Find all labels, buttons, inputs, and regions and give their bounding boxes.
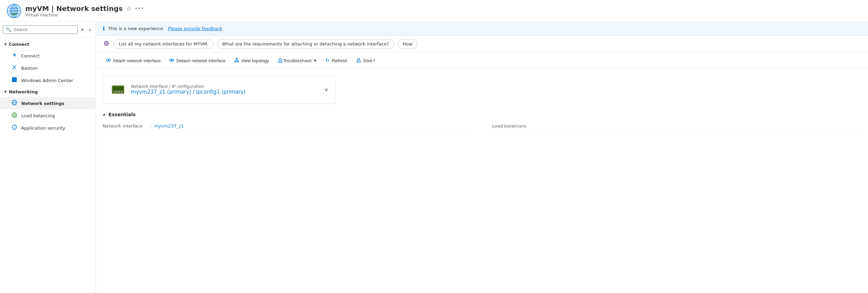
search-icon: 🔍 xyxy=(6,27,11,32)
refresh-button[interactable]: ↻ Refresh xyxy=(322,55,351,66)
bastion-icon xyxy=(11,65,18,71)
essentials-section-header: ∧ Essentials xyxy=(103,112,861,117)
sidebar-item-application-security[interactable]: Application security xyxy=(0,122,95,134)
sidebar-group-networking[interactable]: ▼ Networking xyxy=(0,86,95,97)
svg-rect-36 xyxy=(114,91,115,93)
essentials-grid: Network interface : myvm237_z1 Load bala… xyxy=(103,122,861,130)
essentials-row-inner: Network interface : myvm237_z1 xyxy=(103,122,472,130)
troubleshoot-button[interactable]: Troubleshoot ▼ xyxy=(274,56,320,66)
svg-point-16 xyxy=(106,59,108,61)
ai-prompt-chip-2[interactable]: What are the requirements for attaching … xyxy=(217,39,394,49)
sidebar-item-load-balancing[interactable]: Load balancing xyxy=(0,109,95,122)
svg-point-23 xyxy=(236,58,237,59)
header-title: myVM | Network settings ☆ ··· Virtual ma… xyxy=(25,4,144,17)
svg-point-41 xyxy=(117,88,117,89)
svg-point-30 xyxy=(358,58,360,61)
header-title-main: myVM | Network settings ☆ ··· xyxy=(25,4,144,13)
nic-card-left: Network interface / IP configuration myv… xyxy=(110,81,246,98)
troubleshoot-icon xyxy=(278,58,283,64)
main-layout: 🔍 ✕ « ▼ Connect Connect xyxy=(0,22,868,293)
nic-icon-wrapper xyxy=(110,81,126,98)
search-input[interactable] xyxy=(13,27,75,32)
svg-line-26 xyxy=(235,59,237,61)
essentials-label: Essentials xyxy=(108,112,136,117)
sidebar-item-connect-label: Connect xyxy=(21,53,40,58)
svg-point-29 xyxy=(279,58,281,61)
sidebar-item-bastion-label: Bastion xyxy=(21,66,38,71)
sidebar-clear-icon[interactable]: ✕ xyxy=(79,26,86,34)
troubleshoot-label: Troubleshoot xyxy=(283,58,312,63)
troubleshoot-chevron-icon: ▼ xyxy=(314,59,316,63)
ai-prompt-chip-3[interactable]: How xyxy=(398,39,417,49)
nic-type-label: Network interface / IP configuration xyxy=(131,84,246,89)
svg-rect-37 xyxy=(116,91,118,93)
sidebar-item-network-settings[interactable]: Network settings xyxy=(0,97,95,109)
svg-rect-9 xyxy=(14,80,17,82)
chevron-down-icon: ▼ xyxy=(4,42,7,46)
detach-icon xyxy=(169,58,174,64)
sidebar-item-application-security-label: Application security xyxy=(21,125,65,131)
detach-network-interface-button[interactable]: Detach network interface xyxy=(166,56,229,66)
toolbar: Attach network interface Detach network … xyxy=(96,53,868,69)
svg-rect-8 xyxy=(12,80,14,82)
view-topology-button[interactable]: View topology xyxy=(231,56,272,66)
refresh-icon: ↻ xyxy=(325,57,330,64)
search-box[interactable]: 🔍 xyxy=(3,25,78,34)
svg-rect-39 xyxy=(121,91,122,93)
svg-line-27 xyxy=(237,59,238,61)
info-banner: ℹ This is a new experience. Please provi… xyxy=(96,22,868,36)
sidebar-search-row: 🔍 ✕ « xyxy=(0,22,95,38)
ai-copilot-icon xyxy=(103,40,110,49)
svg-point-42 xyxy=(120,88,121,89)
resource-type-label: Virtual machine xyxy=(25,13,144,17)
sidebar-item-load-balancing-label: Load balancing xyxy=(21,113,55,118)
refresh-label: Refresh xyxy=(332,58,348,63)
favorite-star-icon[interactable]: ☆ xyxy=(126,5,132,12)
ai-prompt-chip-1-label: List all my network interfaces for MYVM. xyxy=(119,41,208,46)
connect-icon xyxy=(11,52,18,59)
sidebar-group-networking-label: Networking xyxy=(9,89,38,94)
ai-prompt-chip-1[interactable]: List all my network interfaces for MYVM. xyxy=(114,39,213,49)
ai-prompt-bar: List all my network interfaces for MYVM.… xyxy=(96,36,868,53)
sidebar-item-network-settings-label: Network settings xyxy=(21,101,64,106)
svg-point-17 xyxy=(108,59,111,61)
sidebar-item-windows-admin-center[interactable]: Windows Admin Center xyxy=(0,74,95,86)
nic-name-link[interactable]: myvm237_z1 (primary) / ipconfig1 (primar… xyxy=(131,89,246,95)
sidebar: 🔍 ✕ « ▼ Connect Connect xyxy=(0,22,96,293)
sidebar-group-connect-label: Connect xyxy=(9,42,29,47)
header: myVM | Network settings ☆ ··· Virtual ma… xyxy=(0,0,868,22)
network-settings-icon xyxy=(11,100,18,107)
topology-icon xyxy=(234,58,239,64)
network-interface-value[interactable]: myvm237_z1 xyxy=(154,123,184,129)
sidebar-collapse-icon[interactable]: « xyxy=(87,26,93,34)
svg-rect-7 xyxy=(14,77,17,80)
give-feedback-label: Give f xyxy=(363,58,375,63)
svg-point-15 xyxy=(105,42,107,44)
attach-icon xyxy=(106,58,111,64)
network-interface-card-icon xyxy=(111,82,126,97)
svg-point-25 xyxy=(237,61,239,62)
svg-rect-6 xyxy=(12,77,14,80)
feedback-icon xyxy=(356,58,361,64)
nic-card-expand-icon[interactable]: ∨ xyxy=(325,87,328,92)
sidebar-group-connect[interactable]: ▼ Connect xyxy=(0,39,95,50)
application-security-icon xyxy=(11,124,18,131)
sidebar-item-bastion[interactable]: Bastion xyxy=(0,62,95,74)
view-topology-label: View topology xyxy=(241,58,269,63)
detach-network-interface-label: Detach network interface xyxy=(176,58,225,63)
essentials-row-load-balancers: Load balancers xyxy=(492,122,861,130)
give-feedback-button[interactable]: Give f xyxy=(353,56,378,66)
page-title: myVM | Network settings xyxy=(25,4,123,13)
azure-logo-icon xyxy=(7,4,21,18)
feedback-link[interactable]: Please provide feedback xyxy=(168,26,222,31)
svg-marker-14 xyxy=(13,114,16,117)
sidebar-nav: ▼ Connect Connect Bastion xyxy=(0,38,95,293)
ai-prompt-chip-3-label: How xyxy=(403,41,412,46)
attach-network-interface-button[interactable]: Attach network interface xyxy=(103,56,164,66)
content-area: ℹ This is a new experience. Please provi… xyxy=(96,22,868,293)
more-options-icon[interactable]: ··· xyxy=(135,5,144,12)
load-balancing-icon xyxy=(11,112,18,119)
sidebar-item-windows-admin-center-label: Windows Admin Center xyxy=(21,78,73,83)
sidebar-item-connect[interactable]: Connect xyxy=(0,50,95,62)
essentials-right-row: Load balancers xyxy=(492,122,861,130)
